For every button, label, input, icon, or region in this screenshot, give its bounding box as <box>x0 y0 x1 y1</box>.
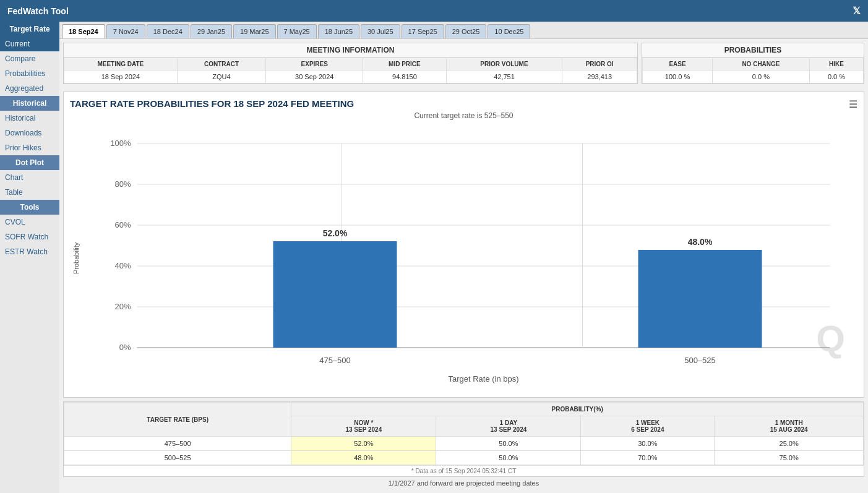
meeting-info-block: MEETING INFORMATION MEETING DATE CONTRAC… <box>63 43 638 84</box>
sidebar-item-estr-watch[interactable]: ESTR Watch <box>0 244 59 259</box>
rate-500-525: 500–525 <box>64 451 291 465</box>
col-meeting-date: MEETING DATE <box>64 58 178 71</box>
tab-18jun25[interactable]: 18 Jun25 <box>318 24 359 38</box>
th-target-rate: TARGET RATE (BPS) <box>64 403 291 437</box>
one-month-label: 1 MONTH <box>775 419 803 426</box>
now-475-500: 52.0% <box>291 437 436 451</box>
now-label: NOW * <box>354 419 373 426</box>
now-date-label: 13 SEP 2024 <box>345 426 382 433</box>
hamburger-icon[interactable]: ☰ <box>849 98 857 110</box>
th-now: NOW * 13 SEP 2024 <box>291 416 436 437</box>
tab-19mar25[interactable]: 19 Mar25 <box>233 24 275 38</box>
col-prior-oi: PRIOR OI <box>562 58 637 71</box>
oneday-475-500: 50.0% <box>436 437 581 451</box>
sidebar-section-dot-plot[interactable]: Dot Plot <box>0 155 59 170</box>
meeting-info-title: MEETING INFORMATION <box>64 43 637 58</box>
prob-ease-header: EASE <box>643 58 713 71</box>
th-probability: PROBABILITY(%) <box>291 403 864 416</box>
tabs-bar: 18 Sep24 7 Nov24 18 Dec24 29 Jan25 19 Ma… <box>59 22 868 39</box>
app-title: FedWatch Tool <box>7 6 69 16</box>
meeting-info-table: MEETING DATE CONTRACT EXPIRES MID PRICE … <box>64 58 637 84</box>
main-content: 18 Sep24 7 Nov24 18 Dec24 29 Jan25 19 Ma… <box>59 22 868 493</box>
top-row: MEETING INFORMATION MEETING DATE CONTRAC… <box>63 43 864 88</box>
tab-29jan25[interactable]: 29 Jan25 <box>191 24 232 38</box>
sidebar: Target Rate Current Compare Probabilitie… <box>0 22 59 493</box>
prob-ease-value: 100.0 % <box>643 71 713 84</box>
svg-text:60%: 60% <box>114 220 131 229</box>
contract-value: ZQU4 <box>177 71 266 84</box>
tab-29oct25[interactable]: 29 Oct25 <box>445 24 487 38</box>
col-contract: CONTRACT <box>177 58 266 71</box>
one-day-label: 1 DAY <box>500 419 518 426</box>
twitter-icon[interactable]: 𝕏 <box>853 5 861 17</box>
probabilities-table: EASE NO CHANGE HIKE 100.0 % 0.0 % 0.0 % <box>642 58 864 84</box>
svg-text:Target Rate (in bps): Target Rate (in bps) <box>448 374 518 384</box>
meeting-info-wrap: MEETING INFORMATION MEETING DATE CONTRAC… <box>63 43 638 88</box>
prob-nochange-header: NO CHANGE <box>712 58 809 71</box>
sidebar-item-chart[interactable]: Chart <box>0 170 59 185</box>
rate-475-500: 475–500 <box>64 437 291 451</box>
onemonth-475-500: 25.0% <box>715 437 864 451</box>
footer-note: * Data as of 15 Sep 2024 05:32:41 CT <box>64 465 864 476</box>
th-one-month: 1 MONTH 15 AUG 2024 <box>715 416 864 437</box>
sidebar-item-downloads[interactable]: Downloads <box>0 126 59 140</box>
probabilities-wrap: PROBABILITIES EASE NO CHANGE HIKE <box>642 43 864 88</box>
svg-text:0%: 0% <box>119 343 131 352</box>
sidebar-item-compare[interactable]: Compare <box>0 51 59 66</box>
probabilities-block: PROBABILITIES EASE NO CHANGE HIKE <box>642 43 864 84</box>
prob-row: 100.0 % 0.0 % 0.0 % <box>643 71 864 84</box>
svg-text:500–525: 500–525 <box>684 356 716 365</box>
tab-18sep24[interactable]: 18 Sep24 <box>62 24 105 38</box>
chart-subtitle: Current target rate is 525–550 <box>70 111 857 120</box>
probabilities-title: PROBABILITIES <box>642 43 864 58</box>
meeting-info-row: 18 Sep 2024 ZQU4 30 Sep 2024 94.8150 42,… <box>64 71 637 84</box>
sidebar-item-probabilities[interactable]: Probabilities <box>0 66 59 81</box>
tab-17sep25[interactable]: 17 Sep25 <box>402 24 444 38</box>
sidebar-section-target-rate[interactable]: Target Rate <box>0 22 59 36</box>
tab-7nov24[interactable]: 7 Nov24 <box>106 24 145 38</box>
content-area: MEETING INFORMATION MEETING DATE CONTRAC… <box>59 39 868 493</box>
col-prior-volume: PRIOR VOLUME <box>446 58 562 71</box>
prior-oi-value: 293,413 <box>562 71 637 84</box>
page-footer: 1/1/2027 and forward are projected meeti… <box>63 477 864 489</box>
svg-text:48.0%: 48.0% <box>688 237 713 247</box>
oneweek-500-525: 70.0% <box>581 451 715 465</box>
prob-hike-value: 0.0 % <box>809 71 863 84</box>
tab-18dec24[interactable]: 18 Dec24 <box>147 24 189 38</box>
oneday-500-525: 50.0% <box>436 451 581 465</box>
tab-30jul25[interactable]: 30 Jul25 <box>361 24 400 38</box>
th-one-day: 1 DAY 13 SEP 2024 <box>436 416 581 437</box>
one-week-date-label: 6 SEP 2024 <box>631 426 664 433</box>
svg-text:40%: 40% <box>114 261 131 270</box>
sidebar-item-prior-hikes[interactable]: Prior Hikes <box>0 140 59 155</box>
bottom-table: TARGET RATE (BPS) PROBABILITY(%) NOW * 1… <box>64 402 864 465</box>
sidebar-item-current[interactable]: Current <box>0 36 59 51</box>
bottom-table-block: TARGET RATE (BPS) PROBABILITY(%) NOW * 1… <box>63 401 864 477</box>
th-one-week: 1 WEEK 6 SEP 2024 <box>581 416 715 437</box>
sidebar-item-table[interactable]: Table <box>0 185 59 200</box>
col-expires: EXPIRES <box>266 58 363 71</box>
chart-svg: 100% 80% 60% 40% 20% <box>85 125 857 391</box>
one-day-date-label: 13 SEP 2024 <box>491 426 527 433</box>
sidebar-item-historical[interactable]: Historical <box>0 111 59 126</box>
sidebar-section-tools[interactable]: Tools <box>0 200 59 215</box>
sidebar-section-historical[interactable]: Historical <box>0 96 59 111</box>
sidebar-item-aggregated[interactable]: Aggregated <box>0 81 59 96</box>
y-axis-label: Probability <box>70 125 82 391</box>
bar-500-525 <box>638 250 762 348</box>
prior-volume-value: 42,751 <box>446 71 562 84</box>
chart-title: TARGET RATE PROBABILITIES FOR 18 SEP 202… <box>70 98 857 109</box>
now-500-525: 48.0% <box>291 451 436 465</box>
table-row: 475–500 52.0% 50.0% 30.0% 25.0% <box>64 437 864 451</box>
oneweek-475-500: 30.0% <box>581 437 715 451</box>
prob-nochange-value: 0.0 % <box>712 71 809 84</box>
sidebar-item-cvol[interactable]: CVOL <box>0 215 59 229</box>
svg-text:52.0%: 52.0% <box>323 228 348 238</box>
sidebar-item-sofr-watch[interactable]: SOFR Watch <box>0 229 59 244</box>
svg-text:80%: 80% <box>114 179 131 189</box>
tab-7may25[interactable]: 7 May25 <box>277 24 317 38</box>
one-month-date-label: 15 AUG 2024 <box>770 426 808 433</box>
tab-10dec25[interactable]: 10 Dec25 <box>488 24 530 38</box>
svg-text:475–500: 475–500 <box>319 356 351 365</box>
meeting-date-value: 18 Sep 2024 <box>64 71 178 84</box>
